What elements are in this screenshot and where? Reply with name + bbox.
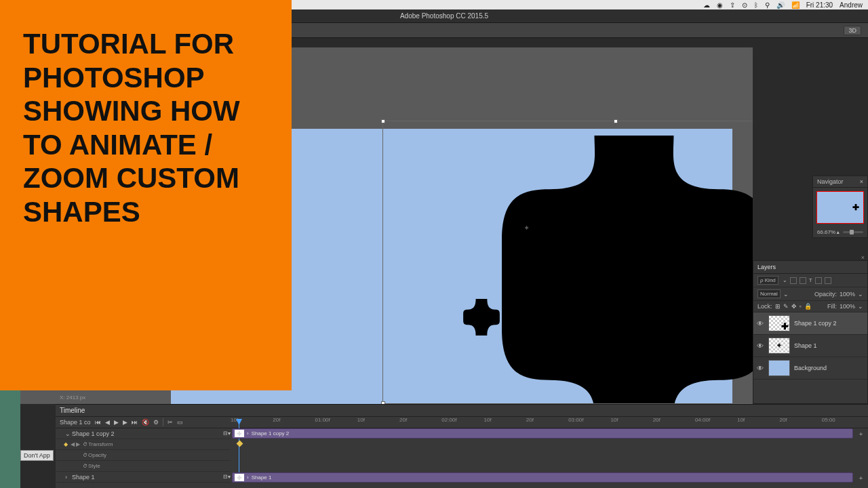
visibility-toggle[interactable]: 👁 xyxy=(756,342,764,350)
timeline-layer-label: Shape 1 co xyxy=(60,419,91,426)
track-name[interactable]: Shape 1 xyxy=(72,474,95,481)
tutorial-title-overlay: TUTORIAL FOR PHOTOSHOP SHOWING HOW TO AN… xyxy=(0,0,292,390)
visibility-toggle[interactable]: 👁 xyxy=(756,365,764,372)
navigator-title: Navigator xyxy=(817,178,844,185)
timeline-track-area[interactable]: ✚ ›Shape 1 copy 2 ✚ ›Shape 1 ＋ ＋ xyxy=(231,428,868,483)
transform-anchor-icon[interactable]: ✦ xyxy=(524,224,530,232)
timeline-property[interactable]: ⏱ Style xyxy=(56,461,231,472)
add-media-button[interactable]: ＋ xyxy=(858,430,864,439)
filter-text-icon[interactable]: T xyxy=(809,277,812,283)
timeline-tab[interactable]: Timeline xyxy=(56,405,868,417)
filter-adjust-icon[interactable] xyxy=(800,277,806,284)
clock[interactable]: Fri 21:30 xyxy=(806,1,833,9)
lock-artboard-icon[interactable]: ▫ xyxy=(800,303,802,310)
prev-frame-button[interactable]: ◀ xyxy=(105,419,110,426)
transition-button[interactable]: ▭ xyxy=(177,419,183,426)
track-options-icon[interactable]: ⊟▾ xyxy=(223,474,231,480)
navigator-panel: Navigator × ✚ 66.67% ▲ xyxy=(812,176,868,238)
volume-icon[interactable]: 🔊 xyxy=(776,1,785,9)
stopwatch-icon[interactable]: ⏱ xyxy=(83,464,88,468)
layer-thumbnail[interactable]: ✚ xyxy=(768,338,790,354)
navigator-preview[interactable]: ✚ xyxy=(816,191,864,224)
lock-position-icon[interactable]: ✥ xyxy=(791,303,797,310)
settings-icon[interactable]: ⚙ xyxy=(153,419,159,426)
timeline-property[interactable]: ⏱ Opacity xyxy=(56,450,231,461)
stopwatch-icon[interactable]: ⏱ xyxy=(83,442,88,447)
timeline-controls: Shape 1 co ⏮ ◀ ▶ ▶ ⏭ 🔇 ⚙ ✂ ▭ 10f20f01:00… xyxy=(56,417,868,428)
filter-pixel-icon[interactable] xyxy=(790,277,797,284)
layer-name[interactable]: Shape 1 xyxy=(794,342,817,349)
timeline-panel: Timeline Shape 1 co ⏮ ◀ ▶ ▶ ⏭ 🔇 ⚙ ✂ ▭ 10… xyxy=(56,404,868,488)
fill-value[interactable]: 100% xyxy=(840,303,855,310)
stopwatch-icon[interactable]: ⏱ xyxy=(83,453,88,458)
zoom-slider[interactable] xyxy=(843,231,863,233)
layer-item[interactable]: 👁 ✚ Shape 1 xyxy=(753,335,867,357)
close-icon[interactable]: × xyxy=(860,178,863,185)
lock-label: Lock: xyxy=(757,303,772,310)
lock-pixels-icon[interactable]: ✎ xyxy=(783,303,789,310)
timeline-clip[interactable]: ✚ ›Shape 1 xyxy=(232,472,853,483)
layer-name[interactable]: Background xyxy=(794,365,827,371)
last-frame-button[interactable]: ⏭ xyxy=(132,419,138,426)
fill-label: Fill: xyxy=(827,303,837,310)
filter-shape-icon[interactable] xyxy=(815,277,822,284)
track-name[interactable]: Shape 1 copy 2 xyxy=(72,430,115,437)
layer-item[interactable]: 👁 Background xyxy=(753,357,867,380)
close-icon[interactable]: × xyxy=(861,254,865,261)
3d-workspace-button[interactable]: 3D xyxy=(844,26,861,35)
layer-name[interactable]: Shape 1 copy 2 xyxy=(794,320,837,327)
opacity-label: Opacity: xyxy=(814,291,837,298)
filter-smart-icon[interactable] xyxy=(825,277,831,284)
clip-thumbnail: ✚ xyxy=(235,430,244,437)
layer-thumbnail[interactable] xyxy=(768,360,790,376)
menubar-icon[interactable]: ⇪ xyxy=(730,1,735,9)
filter-kind-select[interactable]: ρ Kind xyxy=(757,276,778,285)
menubar-icon[interactable]: ◉ xyxy=(717,1,723,9)
status-bar: X: 2413 px xyxy=(56,394,85,404)
timeline-ruler[interactable]: 10f20f01:00f 10f20f02:00f 10f20f03:00f 1… xyxy=(231,417,864,426)
timeline-property[interactable]: ◆ ◀ ▶ ⏱ Transform xyxy=(56,439,231,450)
opacity-value[interactable]: 100% xyxy=(840,291,855,298)
tutorial-title: TUTORIAL FOR PHOTOSHOP SHOWING HOW TO AN… xyxy=(23,27,269,228)
layers-tab[interactable]: Layers xyxy=(753,261,867,274)
layer-thumbnail[interactable]: ✚ xyxy=(768,315,790,331)
transform-handle[interactable] xyxy=(381,119,385,123)
layers-panel: × Layers ρ Kind ⌄ T Normal⌄ Opacity: 100… xyxy=(753,260,868,404)
visibility-toggle[interactable]: 👁 xyxy=(756,320,764,327)
wifi-icon[interactable]: 📶 xyxy=(791,1,800,9)
next-frame-button[interactable]: ▶ xyxy=(123,419,127,426)
lock-all-icon[interactable]: 🔒 xyxy=(804,303,812,310)
add-media-button[interactable]: ＋ xyxy=(858,474,864,483)
play-button[interactable]: ▶ xyxy=(114,419,119,426)
layer-item[interactable]: 👁 ✚ Shape 1 copy 2 xyxy=(753,312,867,335)
split-button[interactable]: ✂ xyxy=(167,419,173,426)
keyframe[interactable] xyxy=(237,441,243,447)
chevron-down-icon[interactable]: ⌄ xyxy=(65,430,72,437)
zoom-out-icon[interactable]: ▲ xyxy=(835,230,840,235)
audio-button[interactable]: 🔇 xyxy=(142,419,149,426)
timeline-clip[interactable]: ✚ ›Shape 1 copy 2 xyxy=(232,428,853,439)
user-name[interactable]: Andrew xyxy=(840,1,863,9)
timeline-track-list: ⌄ Shape 1 copy 2 ⊟▾ ◆ ◀ ▶ ⏱ Transform ⏱ … xyxy=(56,428,231,483)
dont-apply-button[interactable]: Don't App xyxy=(20,450,54,461)
divider xyxy=(163,418,163,426)
plus-icon: ✚ xyxy=(852,203,859,212)
menubar-icon[interactable]: ☁ xyxy=(703,1,710,9)
lock-transparency-icon[interactable]: ⊞ xyxy=(775,303,781,310)
chevron-right-icon[interactable]: › xyxy=(65,474,72,481)
transform-handle[interactable] xyxy=(614,119,618,123)
timeline-track[interactable]: ⌄ Shape 1 copy 2 ⊟▾ xyxy=(56,428,231,439)
zoom-level[interactable]: 66.67% xyxy=(817,229,835,235)
search-icon[interactable]: ⚲ xyxy=(765,1,770,9)
track-options-icon[interactable]: ⊟▾ xyxy=(223,430,231,436)
menubar-icon[interactable]: ⊙ xyxy=(742,1,747,9)
clip-thumbnail: ✚ xyxy=(235,474,244,481)
bluetooth-icon[interactable]: ᛒ xyxy=(754,1,758,9)
timeline-track[interactable]: › Shape 1 ⊟▾ xyxy=(56,472,231,483)
transform-bounding-box[interactable] xyxy=(382,121,753,404)
first-frame-button[interactable]: ⏮ xyxy=(95,419,101,426)
blend-mode-select[interactable]: Normal xyxy=(757,289,781,298)
